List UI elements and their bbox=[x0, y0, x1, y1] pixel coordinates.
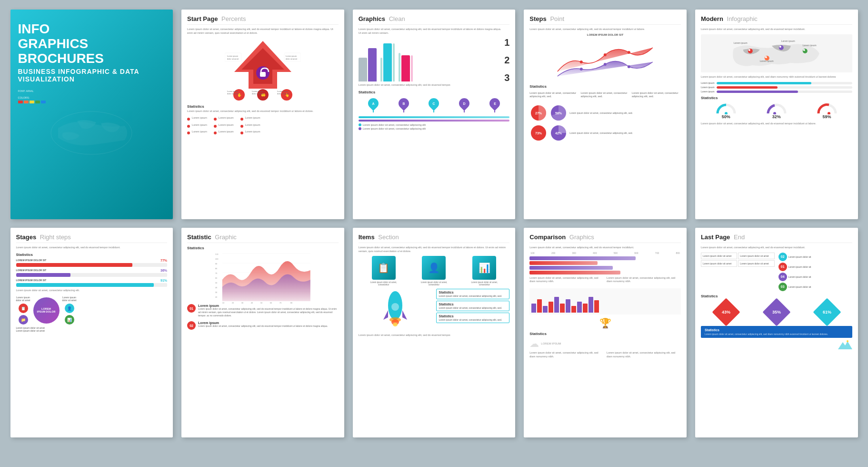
step-title-1: Lorem ipsum bbox=[198, 304, 339, 307]
comp-bar-3 bbox=[529, 266, 613, 270]
gauge-val-2: 32% bbox=[772, 114, 781, 119]
stat-box-2: Statistics Lorem ipsum dolor sit amet, c… bbox=[436, 301, 510, 311]
badge-num-04: 04 bbox=[778, 273, 787, 281]
node-icon-4: 📊 bbox=[67, 318, 72, 322]
vbar-1 bbox=[531, 304, 536, 313]
svg-text:58%: 58% bbox=[555, 112, 562, 115]
card-header-stat: Statistic Graphic bbox=[187, 234, 339, 243]
card-graphics-clean: Graphics Clean Lorem ipsum dolor sit ame… bbox=[353, 10, 516, 219]
card-header-gc: Graphics Clean bbox=[359, 15, 510, 25]
pb-fill-1 bbox=[16, 263, 133, 267]
pin-label-e: E bbox=[493, 102, 496, 105]
section-last: Statistics bbox=[701, 294, 852, 298]
badge-text-02: Lorem ipsum dolor sit bbox=[788, 255, 811, 258]
vbar-12 bbox=[594, 300, 599, 313]
vbar-8 bbox=[571, 306, 576, 313]
badge-text-04: Lorem ipsum dolor sit bbox=[788, 275, 811, 278]
grid-item-2: Lorem ipsum dolor sit amet bbox=[738, 253, 774, 259]
card-subtitle-comp: Graphics bbox=[569, 234, 594, 241]
svg-point-37 bbox=[748, 49, 753, 53]
big-lorem-modern: Lorem ipsum dolor sit amet, consectetur … bbox=[701, 75, 852, 79]
lorem-sp: Lorem ipsum dolor sit amet, consectetur … bbox=[529, 28, 681, 31]
node-icon-3: 👤 bbox=[67, 306, 72, 311]
numbered-steps-stat: 01 Lorem ipsum Lorem ipsum dolor sit ame… bbox=[187, 304, 339, 330]
dot-6 bbox=[240, 125, 243, 128]
pie-col-1: 27% 58% Lorem ipsum dolor sit amet, cons… bbox=[529, 104, 633, 142]
diamonds-row: 43% 35% 61% bbox=[701, 302, 852, 322]
svg-point-24 bbox=[604, 53, 607, 56]
section-gc: Statistics bbox=[359, 90, 510, 94]
node-green: 📊 bbox=[65, 315, 74, 325]
svg-text:30: 30 bbox=[241, 302, 244, 304]
hub-center: LOREMIPSUM DOLOR bbox=[33, 297, 60, 324]
svg-point-23 bbox=[580, 61, 583, 63]
svg-point-41 bbox=[803, 49, 808, 53]
svg-text:100: 100 bbox=[215, 258, 219, 260]
trophy-icon: 🏆 bbox=[529, 317, 681, 329]
card-header-modern: Modern Infographic bbox=[701, 15, 852, 25]
card-cover: INFOGRAPHICSBROCHURES BUSINESS INFOGRAPH… bbox=[10, 10, 173, 219]
num-3: 3 bbox=[504, 72, 509, 83]
svg-point-26 bbox=[580, 68, 583, 71]
svg-text:dolor sit amet: dolor sit amet bbox=[277, 92, 289, 95]
dot-1 bbox=[187, 118, 190, 121]
vbar-chart bbox=[529, 288, 681, 315]
svg-marker-76 bbox=[383, 310, 388, 320]
hbar-track-3 bbox=[717, 91, 852, 93]
card-subtitle-start: Percents bbox=[221, 15, 246, 22]
card-comparison: Comparison Graphics Lorem ipsum dolor si… bbox=[524, 228, 687, 437]
diamond-2: 35% bbox=[767, 302, 787, 322]
item-icon-1: 📋 bbox=[372, 256, 396, 280]
step-num-1: 01 bbox=[187, 304, 196, 313]
svg-text:80: 80 bbox=[290, 302, 293, 304]
pin-label-c: C bbox=[433, 102, 435, 105]
svg-text:70: 70 bbox=[279, 302, 282, 304]
hbar-fill-1 bbox=[717, 82, 811, 84]
gauge-val-3: 59% bbox=[823, 114, 831, 119]
step-1: 01 Lorem ipsum Lorem ipsum dolor sit ame… bbox=[187, 304, 339, 317]
legend-dot-1 bbox=[359, 123, 361, 126]
item-icon-2: 👤 bbox=[422, 256, 446, 280]
comp-text-2: Lorem ipsum dolor sit amet, consectetur … bbox=[607, 276, 681, 284]
hub-bottom-text-2: Lorem ipsum dolor sit amet bbox=[16, 329, 168, 332]
gauge-1: 50% bbox=[716, 103, 737, 119]
card-modern: Modern Infographic Lorem ipsum dolor sit… bbox=[695, 10, 858, 219]
main-grid: INFOGRAPHICSBROCHURES BUSINESS INFOGRAPH… bbox=[10, 10, 858, 437]
svg-text:Lorem ipsum: Lorem ipsum bbox=[227, 55, 239, 57]
stat-col-comp-1: Lorem ipsum dolor sit amet, consectetur … bbox=[529, 351, 604, 358]
mountain-icon-area bbox=[701, 340, 852, 349]
dot-7 bbox=[187, 132, 190, 134]
card-title-stages: Stages bbox=[16, 234, 37, 241]
card-header-sp: Steps Point bbox=[529, 15, 681, 25]
svg-text:80: 80 bbox=[215, 267, 218, 270]
rocket-container bbox=[359, 289, 432, 332]
stat-row-1: Lorem ipsum Lorem ipsum Lorem ipsum bbox=[187, 116, 339, 122]
svg-point-28 bbox=[628, 65, 630, 68]
lorem-modern-2: Lorem ipsum dolor sit amet, consectetur … bbox=[701, 122, 852, 126]
axis-800: 800 bbox=[676, 252, 679, 254]
svg-text:90: 90 bbox=[215, 263, 218, 265]
svg-point-40 bbox=[779, 46, 781, 48]
legend-text-2: Lorem ipsum dolor sit amet, consectetur … bbox=[363, 127, 426, 130]
step-content-1: Lorem ipsum Lorem ipsum dolor sit amet, … bbox=[198, 304, 339, 317]
card-subtitle-items: Section bbox=[378, 234, 399, 241]
lorem-items: Lorem ipsum dolor sit amet, consectetur … bbox=[359, 246, 510, 253]
axis-700: 700 bbox=[655, 252, 659, 254]
node-teal: 👤 bbox=[65, 304, 74, 313]
diamond-val-2: 35% bbox=[772, 310, 781, 315]
svg-point-81 bbox=[393, 323, 398, 326]
gauge-svg-1 bbox=[716, 103, 737, 114]
items-icons-row: 📋 Lorem ipsum dolor sit amet, consectetu… bbox=[359, 256, 510, 286]
card-subtitle-stat: Graphic bbox=[215, 234, 237, 241]
stat-row-2: Lorem ipsum Lorem ipsum Lorem ipsum bbox=[187, 123, 339, 129]
stat-lorem-stages: Lorem ipsum dolor sit amet, consectetur … bbox=[16, 289, 168, 293]
lorem-gc: Lorem ipsum dolor sit amet, consectetur … bbox=[359, 28, 501, 35]
card-statistic: Statistic Graphic Statistics 110 100 90 … bbox=[181, 228, 344, 437]
pie-chart-4: 42% bbox=[549, 124, 568, 142]
axis-600: 600 bbox=[634, 252, 638, 254]
axis-100: 100 bbox=[530, 252, 534, 254]
svg-rect-4 bbox=[260, 72, 266, 77]
card-title-gc: Graphics bbox=[359, 15, 385, 22]
svg-text:Lorem ipsum: Lorem ipsum bbox=[286, 55, 297, 57]
badge-01: 01 Lorem ipsum dolor sit bbox=[778, 263, 852, 271]
